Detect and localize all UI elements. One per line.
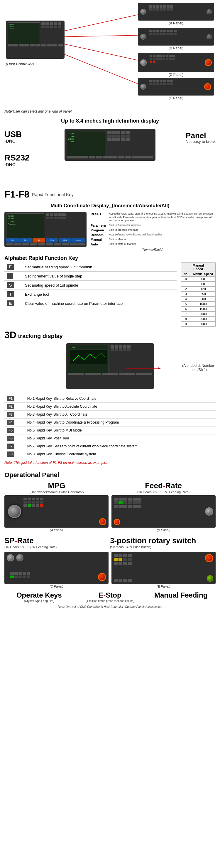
page-wrapper: X 0.000Y 0.000Z 0.000	[0, 0, 220, 615]
op-panel-e: (E Panel)	[111, 552, 216, 588]
op-panel-c-photo	[4, 552, 109, 584]
feed-col: Feed-Rate (16 Gears: 0%~150% Feeding Rat…	[111, 481, 216, 494]
display-title: Up to 8.4 inches high definition display	[0, 116, 220, 126]
alphabet-key-desc: Exchange tool	[23, 290, 177, 299]
svg-marker-5	[158, 367, 161, 369]
f1f8-row-1: F2 No.2 Rapid Key, Shift to Absolute Coo…	[4, 403, 216, 411]
panel-right-label-group: Panel Not easy to break	[186, 132, 216, 144]
speed-row-6: 6 1500	[181, 307, 215, 312]
sp-pos-row: SP-Rate (16 Gears: 0%~150% Feeding Rate)…	[0, 533, 220, 550]
tracking-image-section: 3D Track...	[0, 342, 220, 393]
mpg-col: MPG (Handwheel/Manual Pulse Generator)	[4, 481, 109, 494]
alphabet-row-2: S Set analog speed of 1st spindle	[4, 281, 177, 290]
f1f8-desc: No.7 Rapid Key, Set zero point of curren…	[25, 442, 216, 450]
f1f8-badge: F5	[7, 428, 14, 433]
f1f8-row-2: F3 No.3 Rapid Key, Shift to All Coordina…	[4, 411, 216, 418]
f1f8-detail-table: F1 No.1 Rapid Key, Shift to Relative Coo…	[4, 395, 216, 458]
usb-section: USB -DNC RS232 -DNC X 0.000Y 0.000Z 0.00…	[0, 126, 220, 188]
op-panel-b-photo	[111, 495, 216, 528]
manual-feeding-col: Manual Feeding	[146, 591, 216, 602]
f1f8-badge: F1	[7, 396, 14, 401]
f1f8-desc: No.2 Rapid Key, Shift to Absolute Coordi…	[25, 403, 216, 411]
speed-row-1: 1 60	[181, 282, 215, 287]
f1f8-badge: F6	[7, 436, 14, 441]
tracking-controller: 3D Track...	[66, 343, 154, 389]
f1f8-row-0: F1 No.1 Rapid Key, Shift to Relative Coo…	[4, 395, 216, 403]
f1f8-desc: No.5 Rapid Key, Shift to MDI Mode	[25, 427, 216, 434]
3d-label: 3D	[4, 330, 16, 340]
f1f8-desc: No.4 Rapid Key, Shift to Coordinate & Pr…	[25, 418, 216, 427]
op-panel-c: (C Panel)	[4, 552, 109, 588]
bottom-labels: Operate Keys (Crystal type,Long Life) E-…	[0, 590, 220, 604]
operate-keys-sub: (Crystal type,Long Life)	[4, 599, 74, 602]
panel-e-label: (E Panel)	[138, 96, 214, 100]
mpg-sub: (Handwheel/Manual Pulse Generator)	[4, 490, 109, 494]
panel-b-container: (B Panel)	[138, 28, 214, 50]
pos3-col: 3-position rotary switch (Siemens LA39 P…	[110, 535, 216, 550]
coord-display-section: X 0.000Y 0.000Z 0.000 Program... Rel	[0, 210, 220, 253]
usb-sub: -DNC	[4, 138, 22, 144]
speed-row-8: 8 2500	[181, 317, 215, 321]
feed-sub: (16 Gears: 0%~150% Feeding Rate)	[111, 490, 216, 494]
alphabet-key-table: F Set manual feeding speed, unit:mm/min …	[4, 262, 177, 308]
panel-e-container: (E Panel)	[138, 78, 214, 100]
usb-label: USB	[4, 130, 22, 138]
f1f8-badge: F3	[7, 412, 14, 417]
f1f8-desc: No.3 Rapid Key, Shift to All Coordinate	[25, 411, 216, 418]
f1f8-row: F1-F8 Rapid Functional Key	[0, 188, 220, 202]
op-panel-a-photo	[4, 495, 109, 528]
speed-row-5: 5 1000	[181, 302, 215, 307]
rs232-label-group: RS232 -DNC	[4, 154, 30, 167]
f1f8-table-section: F1 No.1 Rapid Key, Shift to Relative Coo…	[0, 393, 220, 460]
f1f8-badge: F7	[7, 443, 14, 449]
operational-title: Operational Panel	[0, 469, 220, 481]
host-controller-label: (Host Controller)	[6, 62, 34, 66]
estop-label: E-Stop	[75, 591, 145, 599]
coord-controller-image: X 0.000Y 0.000Z 0.000 Program... Rel	[4, 212, 86, 247]
alphabet-row-0: F Set manual feeding speed, unit:mm/min	[4, 262, 177, 272]
mpg-label: MPG	[4, 481, 109, 490]
host-controller-image: X 0.000Y 0.000Z 0.000	[6, 21, 65, 59]
bottom-note: Note: One set of CNC Controller is Host …	[0, 604, 220, 612]
alphabet-key-badge: T	[7, 291, 14, 297]
panel-a-container: (A Panel)	[138, 3, 214, 25]
panel-right-label: Panel	[186, 132, 216, 139]
f1f8-badge: F2	[7, 404, 14, 409]
f1f8-row-6: F7 No.7 Rapid Key, Set zero point of cur…	[4, 442, 216, 450]
alphabet-key-badge: I	[7, 273, 13, 279]
op-panel-b-label: (B Panel)	[111, 528, 216, 532]
f1f8-desc: No.1 Rapid Key, Shift to Relative Coordi…	[25, 395, 216, 403]
sp-rate-sub: (16 Gears: 0%~150% Feeding Rate)	[4, 545, 110, 549]
panel-c-container: (C Panel)	[138, 53, 214, 77]
coord-right-info: RESET Reset this CNC state, stop all the…	[89, 212, 216, 251]
f1f8-label: F1-F8	[4, 189, 29, 200]
operate-keys-label: Operate Keys	[4, 591, 74, 599]
f1f8-desc: No.6 Rapid Key, Posit Tool	[25, 434, 216, 442]
f1f8-desc: No.8 Rapid Key, Choose Coordinate system	[25, 450, 216, 458]
rs232-sub: -DNC	[4, 162, 30, 167]
speed-row-3: 3 250	[181, 291, 215, 297]
f1f8-row-4: F5 No.5 Rapid Key, Shift to MDI Mode	[4, 427, 216, 434]
tracking-rest: tracking display	[16, 333, 63, 339]
op-panel-e-label: (E Panel)	[111, 585, 216, 588]
alphabet-key-desc: Set analog speed of 1st spindle	[23, 281, 177, 290]
alphabet-row-1: I Set increment value of single step	[4, 272, 177, 281]
op-panel-a: (A Panel)	[4, 495, 109, 532]
alphabet-key-desc: Clear value of machine coordinate on Par…	[23, 299, 177, 308]
panel-b-label: (B Panel)	[138, 46, 214, 50]
op-panel-e-photo	[111, 552, 216, 584]
panel-c-label: (C Panel)	[138, 72, 214, 77]
alphabet-key-desc: Set increment value of single step	[23, 272, 177, 281]
pos3-sub: (Siemens LA39 Push button)	[110, 545, 216, 549]
estop-col: E-Stop (1 million times press mechanical…	[75, 591, 145, 602]
f1f8-badge: F8	[7, 452, 14, 457]
alphabet-title: Alphabet Rapid Function Key	[4, 255, 216, 261]
alphabet-row-4: E Clear value of machine coordinate on P…	[4, 299, 177, 308]
alphabet-key-desc: Set manual feeding speed, unit:mm/min	[23, 262, 177, 272]
note-panel-select: Note:User can select any one kind of pan…	[0, 107, 220, 116]
op-ce-panels: (C Panel)	[0, 550, 220, 590]
usb-label-group: USB -DNC	[4, 130, 22, 144]
f1f8-note: Note: This just take function of F1-F8 o…	[0, 460, 220, 466]
alphabet-table-section: F Set manual feeding speed, unit:mm/min …	[0, 262, 220, 327]
normal-rapid-label: (Normal/Rapid)	[89, 248, 216, 251]
